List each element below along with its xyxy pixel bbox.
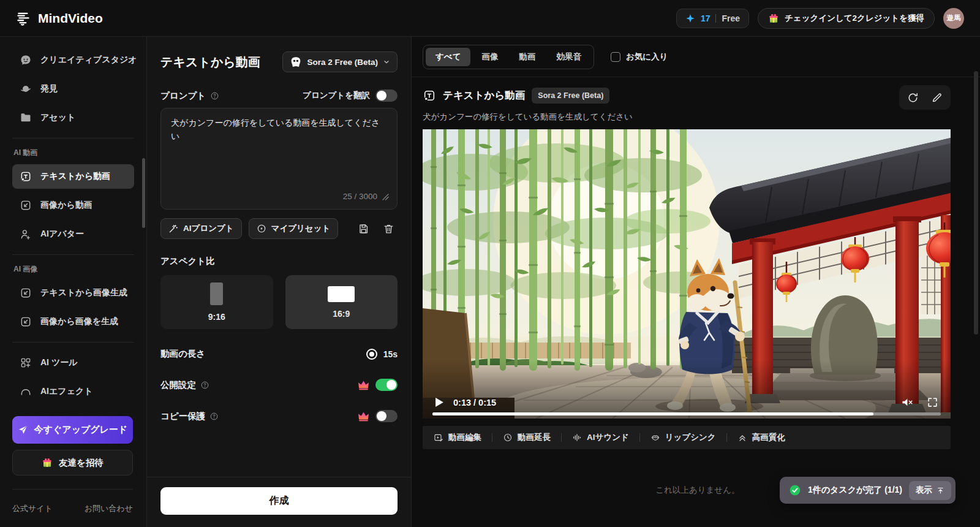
duration-radio-15s[interactable] [366,349,377,360]
rocket-icon [18,425,28,435]
image-to-image-icon [20,316,32,328]
sidebar: クリエイティブスタジオ 発見 アセット AI 動画 テキストから動画 画像から動… [0,37,147,527]
video-player[interactable]: 0:13 / 0:15 [423,129,951,419]
gallery-filter-bar: すべて 画像 動画 効果音 お気に入り [412,37,980,77]
mute-icon[interactable] [900,396,913,409]
fullscreen-icon[interactable] [927,396,938,408]
play-button[interactable] [435,397,444,408]
plan-label: Free [722,13,740,23]
regenerate-icon[interactable] [907,92,919,104]
tab-all[interactable]: すべて [426,48,470,66]
prompt-label: プロンプト [160,90,206,102]
gallery-scrollbar[interactable] [974,71,978,335]
composer-panel: テキストから動画 Sora 2 Free (Beta) プロンプト プロンプトを… [147,37,412,527]
aspect-option-16-9[interactable]: 16:9 [285,275,398,329]
credits-count: 17 [701,13,710,23]
sidebar-item-label: クリエイティブスタジオ [40,55,137,66]
gift-icon [768,13,779,24]
aspect-ratio-label: アスペクト比 [160,256,398,267]
invite-label: 友達を招待 [59,457,104,469]
model-select-button[interactable]: Sora 2 Free (Beta) [282,51,398,72]
tab-sound-effects[interactable]: 効果音 [546,48,591,66]
aspect-option-9-16[interactable]: 9:16 [160,275,273,329]
composer-title: テキストから動画 [160,54,260,70]
sidebar-item-image-to-video[interactable]: 画像から動画 [12,193,134,218]
help-icon[interactable] [200,381,209,390]
sidebar-item-ai-avatar[interactable]: AIアバター [12,222,134,246]
landscape-shape [328,286,355,302]
avatar-plus-icon [20,228,32,240]
sidebar-item-discover[interactable]: 発見 [12,77,134,101]
tab-videos[interactable]: 動画 [509,48,545,66]
resize-grip-icon[interactable] [382,194,389,200]
user-avatar[interactable]: 遊馬 [943,8,964,29]
mindvideo-logo-icon [16,10,32,26]
save-preset-button[interactable] [354,219,372,238]
divider [561,433,562,442]
create-button[interactable]: 作成 [160,487,398,515]
help-icon[interactable] [210,91,219,100]
edit-pencil-icon[interactable] [931,92,943,104]
crown-premium-icon [358,411,369,422]
action-label: 高画質化 [752,432,785,443]
video-edit-button[interactable]: 動画編集 [431,432,484,443]
action-label: AIサウンド [587,432,629,443]
action-label: 動画編集 [448,432,481,443]
public-setting-label: 公開設定 [160,379,196,391]
invite-friends-button[interactable]: 友達を招待 [12,450,133,476]
contact-link[interactable]: お問い合わせ [85,503,133,514]
prompt-text: 犬がカンフーの修行をしている動画を生成してください [171,118,380,141]
copy-protect-toggle[interactable] [375,410,398,422]
help-icon[interactable] [209,412,219,421]
tab-images[interactable]: 画像 [472,48,508,66]
translate-label: プロンプトを翻訳 [303,90,370,101]
clear-prompt-button[interactable] [379,219,398,238]
card-toolbar [899,85,951,110]
sora-icon [290,56,302,67]
studio-smiley-icon [20,54,32,66]
sidebar-item-text-to-image[interactable]: テキストから画像生成 [12,281,134,305]
favorites-checkbox[interactable] [611,52,620,62]
sidebar-item-label: AI ツール [40,357,78,368]
sparkle-icon [685,13,695,23]
brand[interactable]: MindVideo [16,10,103,26]
sidebar-item-ai-tools[interactable]: AI ツール [12,351,134,375]
credits-pill[interactable]: 17 Free [676,9,749,28]
sidebar-item-text-to-video[interactable]: テキストから動画 [12,164,134,189]
portrait-shape [210,282,223,305]
upgrade-button[interactable]: 今すぐアップグレード [12,416,133,444]
char-count: 25 / 3000 [343,191,377,203]
ai-sound-button[interactable]: AIサウンド [570,432,631,443]
image-to-video-icon [20,199,32,211]
playback-time: 0:13 / 0:15 [453,398,496,408]
sidebar-scrollbar[interactable] [142,158,145,228]
toast-view-button[interactable]: 表示 [909,481,951,500]
sidebar-item-image-to-image[interactable]: 画像から画像を生成 [12,309,134,334]
planet-icon [20,83,32,95]
public-toggle[interactable] [375,379,398,391]
action-label: 動画延長 [518,432,551,443]
gallery-panel: すべて 画像 動画 効果音 お気に入り テキストから動画 Sora 2 Free… [412,37,980,527]
sidebar-item-assets[interactable]: アセット [12,105,134,130]
my-preset-button[interactable]: マイプリセット [249,218,339,239]
official-site-link[interactable]: 公式サイト [12,503,53,514]
sidebar-item-label: AIアバター [40,229,84,240]
prompt-textarea[interactable]: 犬がカンフーの修行をしている動画を生成してください 25 / 3000 [160,108,398,210]
sidebar-item-creative-studio[interactable]: クリエイティブスタジオ [12,48,134,72]
sidebar-item-ai-effects[interactable]: AIエフェクト [12,379,134,404]
translate-toggle[interactable] [375,89,398,102]
arrow-up-to-line-icon [937,487,944,495]
sidebar-item-label: アセット [40,112,75,123]
divider [715,14,716,23]
video-extend-button[interactable]: 動画延長 [500,432,553,443]
aspect-label-916: 9:16 [208,312,225,322]
ai-prompt-button[interactable]: AIプロンプト [160,218,242,239]
enhance-button[interactable]: 高画質化 [735,432,788,443]
toast-view-label: 表示 [916,485,932,496]
checkin-reward-button[interactable]: チェックインして2クレジットを獲得 [758,8,935,29]
aspect-label-169: 16:9 [333,309,350,319]
sidebar-footer: 公式サイト お問い合わせ [12,489,133,527]
lipsync-button[interactable]: リップシンク [648,432,718,443]
progress-bar[interactable] [432,412,941,415]
folder-icon [20,112,32,124]
